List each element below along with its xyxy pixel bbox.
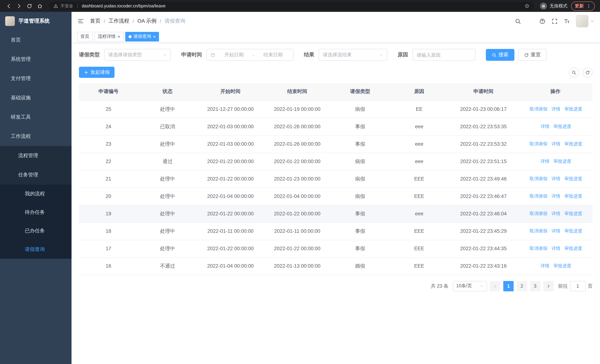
- omnibox-divider: [77, 4, 78, 8]
- cell-reason: EEE: [390, 240, 449, 257]
- bookmark-star-icon[interactable]: [525, 3, 530, 9]
- app-logo[interactable]: 芋道管理系统: [0, 12, 72, 30]
- sidebar-item-payment[interactable]: 支付管理: [0, 69, 72, 88]
- reload-icon[interactable]: [24, 1, 34, 11]
- github-icon[interactable]: [527, 18, 533, 24]
- page-3-button[interactable]: 3: [530, 281, 540, 291]
- reset-button[interactable]: 重置: [518, 49, 547, 61]
- cell-status: 处理中: [138, 170, 197, 187]
- sidebar-item-devtools[interactable]: 研发工具: [0, 107, 72, 127]
- page-size-select[interactable]: 10条/页: [453, 281, 487, 291]
- page-1-button[interactable]: 1: [503, 281, 514, 291]
- op-detail-link[interactable]: 详情: [539, 158, 549, 165]
- breadcrumb-item[interactable]: 工作流程: [109, 18, 129, 24]
- op-progress-link[interactable]: 审批进度: [563, 141, 582, 147]
- font-size-icon[interactable]: [564, 18, 570, 24]
- sidebar-item-workflow[interactable]: 工作流程: [0, 127, 72, 146]
- back-icon[interactable]: [4, 1, 13, 11]
- op-progress-link[interactable]: 审批进度: [563, 245, 582, 252]
- page-2-button[interactable]: 2: [517, 281, 527, 291]
- tab-home[interactable]: 首页: [77, 32, 93, 41]
- op-progress-link[interactable]: 审批进度: [563, 106, 582, 112]
- breadcrumb-item[interactable]: OA 示例: [138, 18, 157, 24]
- op-progress-link[interactable]: 审批进度: [563, 193, 582, 199]
- sidebar-menu: 首页系统管理支付管理基础设施研发工具工作流程流程管理任务管理我的流程待办任务已办…: [0, 30, 72, 364]
- table-header-cell: 开始时间: [197, 83, 264, 101]
- sidebar-toggle-icon[interactable]: [77, 18, 84, 24]
- op-detail-link[interactable]: 详情: [550, 211, 560, 217]
- sidebar-item-leave-query[interactable]: 请假查询: [0, 240, 72, 259]
- tab-process-detail[interactable]: 流程详情×: [94, 32, 123, 41]
- page-unit-label: 页: [588, 283, 593, 289]
- cell-type: 事假: [331, 222, 390, 240]
- sidebar-item-my-process[interactable]: 我的流程: [0, 185, 72, 203]
- header-search-icon[interactable]: [515, 18, 521, 24]
- op-cancel-link[interactable]: 取消请假: [528, 176, 547, 182]
- op-progress-link[interactable]: 审批进度: [563, 211, 582, 217]
- refresh-table-button[interactable]: [582, 67, 593, 77]
- op-detail-link[interactable]: 详情: [539, 263, 549, 269]
- sidebar-item-process-manage[interactable]: 流程管理: [0, 146, 72, 165]
- op-detail-link[interactable]: 详情: [550, 176, 560, 182]
- help-icon[interactable]: [539, 18, 545, 24]
- breadcrumb-separator: /: [104, 18, 105, 24]
- update-button[interactable]: 更新: [571, 1, 595, 10]
- cell-type: 病假: [331, 101, 390, 118]
- breadcrumb-item[interactable]: 首页: [90, 18, 100, 24]
- tab-close-icon[interactable]: ×: [117, 34, 120, 39]
- cell-apply_time: 2022-01-22 23:49:46: [449, 170, 518, 187]
- op-cancel-link[interactable]: 取消请假: [528, 245, 547, 252]
- apply-time-range-picker[interactable]: 开始日期 - 结束日期: [206, 49, 293, 61]
- browser-home-icon[interactable]: [35, 1, 45, 11]
- op-cancel-link[interactable]: 取消请假: [528, 193, 547, 199]
- op-detail-link[interactable]: 详情: [550, 228, 560, 234]
- sidebar-item-home[interactable]: 首页: [0, 30, 72, 50]
- reason-input[interactable]: [412, 49, 476, 61]
- user-menu[interactable]: [576, 15, 594, 28]
- cell-id: 19: [79, 205, 138, 222]
- address-bar[interactable]: 不安全 dashboard.yudao.iocoder.cn/bpm/oa/le…: [49, 1, 534, 10]
- goto-page-input[interactable]: [570, 281, 586, 291]
- sidebar-item-done-task[interactable]: 已办任务: [0, 222, 72, 240]
- tab-leave-query[interactable]: 请假查询×: [125, 32, 159, 41]
- table-row: 18处理中2022-01-11 00:00:002022-01-11 00:00…: [79, 222, 593, 240]
- op-progress-link[interactable]: 审批进度: [563, 228, 582, 234]
- apply-time-label: 申请时间: [181, 52, 202, 58]
- sidebar-item-infra[interactable]: 基础设施: [0, 88, 72, 107]
- chevron-left-icon: [493, 284, 497, 288]
- op-detail-link[interactable]: 详情: [539, 123, 549, 130]
- op-cancel-link[interactable]: 取消请假: [528, 106, 547, 112]
- table-row: 19处理中2022-01-22 00:00:002022-01-22 00:00…: [79, 205, 593, 222]
- op-cancel-link[interactable]: 取消请假: [528, 211, 547, 217]
- leave-table: 申请编号状态开始时间结束时间请假类型原因申请时间操作 25处理中2021-12-…: [79, 83, 593, 275]
- tab-close-icon[interactable]: ×: [153, 34, 156, 39]
- result-select[interactable]: 请选择流结果: [319, 49, 387, 61]
- sidebar-item-task-manage[interactable]: 任务管理: [0, 165, 72, 185]
- leave-type-select[interactable]: 请选择请假类型: [104, 49, 171, 61]
- sidebar-item-system[interactable]: 系统管理: [0, 50, 72, 69]
- op-cancel-link[interactable]: 取消请假: [528, 228, 547, 234]
- search-button[interactable]: 搜索: [486, 49, 514, 61]
- cell-reason: EEE: [390, 222, 449, 240]
- sidebar-item-todo-task[interactable]: 待办任务: [0, 203, 72, 222]
- op-progress-link[interactable]: 审批进度: [552, 158, 571, 165]
- op-detail-link[interactable]: 详情: [550, 245, 560, 252]
- op-cancel-link[interactable]: 取消请假: [528, 141, 547, 147]
- create-leave-button[interactable]: 发起请假: [79, 67, 114, 78]
- cell-operations: 取消请假详情审批进度: [518, 135, 593, 153]
- table-header-cell: 结束时间: [264, 83, 331, 101]
- fullscreen-icon[interactable]: [552, 18, 558, 24]
- prev-page-button[interactable]: [490, 281, 500, 291]
- toggle-search-button[interactable]: [569, 67, 579, 77]
- op-progress-link[interactable]: 审批进度: [552, 123, 571, 130]
- op-detail-link[interactable]: 详情: [550, 141, 560, 147]
- cell-type: 病假: [331, 170, 390, 187]
- forward-icon[interactable]: [14, 1, 24, 11]
- next-page-button[interactable]: [543, 281, 554, 291]
- browser-menu-icon[interactable]: [586, 3, 591, 8]
- op-progress-link[interactable]: 审批进度: [552, 263, 571, 269]
- op-progress-link[interactable]: 审批进度: [563, 176, 582, 182]
- cell-id: 24: [79, 118, 138, 135]
- op-detail-link[interactable]: 详情: [550, 106, 560, 112]
- op-detail-link[interactable]: 详情: [550, 193, 560, 199]
